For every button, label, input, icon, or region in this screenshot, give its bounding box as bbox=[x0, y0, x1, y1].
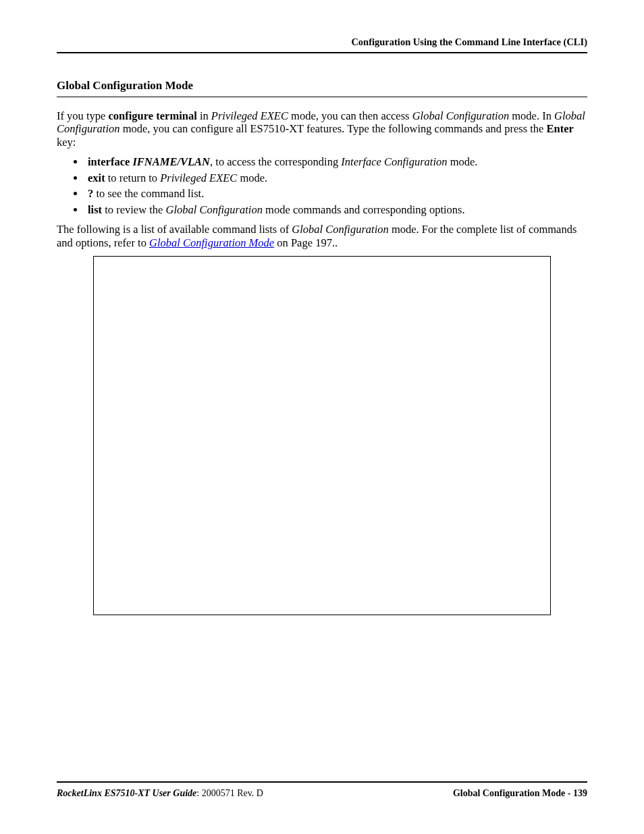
list-item: list to review the Global Configuration … bbox=[85, 203, 587, 216]
mode-global-configuration: Global Configuration bbox=[412, 109, 509, 122]
mode-global-configuration: Global Configuration bbox=[165, 203, 262, 216]
list-item: ? to see the command list. bbox=[85, 187, 587, 200]
text: The following is a list of available com… bbox=[57, 223, 292, 236]
running-head: Configuration Using the Command Line Int… bbox=[57, 36, 587, 52]
xref-global-configuration-mode[interactable]: Global Configuration Mode bbox=[149, 236, 274, 249]
doc-rev: : 2000571 Rev. D bbox=[196, 788, 263, 798]
followup-paragraph: The following is a list of available com… bbox=[57, 223, 587, 249]
page-footer: RocketLinx ES7510-XT User Guide: 2000571… bbox=[57, 781, 587, 799]
footer-rule bbox=[57, 781, 587, 783]
cmd-exit: exit bbox=[88, 172, 105, 184]
text: If you type bbox=[57, 109, 109, 122]
footer-right: Global Configuration Mode - 139 bbox=[453, 788, 587, 799]
page: Configuration Using the Command Line Int… bbox=[0, 0, 644, 834]
cmd-list: list bbox=[88, 203, 102, 216]
mode-global-configuration: Global Configuration bbox=[292, 223, 388, 236]
text: mode commands and corresponding options. bbox=[263, 203, 465, 216]
text: mode. bbox=[237, 172, 267, 184]
text: mode. bbox=[448, 155, 478, 168]
footer-left: RocketLinx ES7510-XT User Guide: 2000571… bbox=[57, 788, 263, 799]
mode-interface-configuration: Interface Configuration bbox=[341, 155, 447, 168]
text: mode, you can then access bbox=[288, 109, 412, 122]
cmd-configure-terminal: configure terminal bbox=[109, 109, 197, 122]
list-item: exit to return to Privileged EXEC mode. bbox=[85, 172, 587, 184]
section-title: Global Configuration Mode bbox=[57, 79, 587, 93]
text: on Page 197.. bbox=[274, 236, 338, 249]
intro-paragraph: If you type configure terminal in Privil… bbox=[57, 109, 587, 149]
cmd-question: ? bbox=[88, 187, 93, 200]
command-list: interface IFNAME/VLAN, to access the cor… bbox=[57, 155, 587, 216]
text: mode. In bbox=[509, 109, 554, 122]
text: to return to bbox=[105, 172, 161, 184]
product-name: RocketLinx ES7510-XT User Guide bbox=[57, 788, 196, 798]
key-enter: Enter bbox=[546, 122, 573, 135]
text: , to access the corresponding bbox=[210, 155, 341, 168]
cmd-interface: interface bbox=[88, 155, 130, 168]
mode-privileged-exec: Privileged EXEC bbox=[211, 109, 288, 122]
footer-row: RocketLinx ES7510-XT User Guide: 2000571… bbox=[57, 788, 587, 799]
text: to review the bbox=[102, 203, 165, 216]
text: in bbox=[197, 109, 211, 122]
figure-placeholder bbox=[93, 256, 551, 615]
mode-privileged-exec: Privileged EXEC bbox=[160, 172, 237, 184]
list-item: interface IFNAME/VLAN, to access the cor… bbox=[85, 155, 587, 168]
text: mode, you can configure all ES7510-XT fe… bbox=[120, 122, 547, 135]
text: to see the command list. bbox=[93, 187, 204, 200]
header-rule bbox=[57, 52, 587, 53]
text: key: bbox=[57, 136, 76, 149]
section-rule bbox=[57, 97, 587, 97]
arg-ifname-vlan: IFNAME/VLAN bbox=[132, 155, 210, 168]
